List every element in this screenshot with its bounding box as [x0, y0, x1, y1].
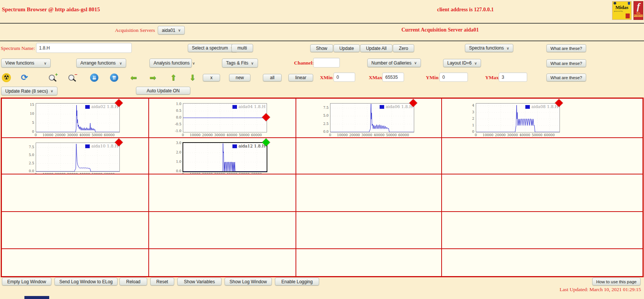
dome-icon [614, 2, 616, 5]
ymax-input[interactable] [499, 72, 527, 82]
ymin-input[interactable] [439, 72, 468, 82]
gallery-cell[interactable]: 151050aida02 1.8.H0100002000030000400005… [2, 98, 149, 138]
x-tick-label: 0 [35, 133, 37, 137]
plot-name: aida06 1.8.H [386, 104, 413, 109]
y-tick-label: 2.0 [172, 150, 181, 154]
double-up-glyph: ⇈ [110, 74, 118, 82]
enable-logging-button[interactable]: Enable Logging [275, 278, 319, 285]
select-spectrum-dropdown[interactable]: Select a spectrum ∨ [188, 44, 237, 52]
midas-logo[interactable]: Midas powered by [612, 1, 632, 20]
auto-update-button[interactable]: Auto Update ON [136, 87, 190, 95]
chevron-down-icon: ∨ [414, 61, 417, 65]
plot-legend: aida10 1.8.H [85, 144, 118, 149]
linear-button[interactable]: linear [288, 74, 313, 81]
tags-fits-dropdown[interactable]: Tags & Fits ∨ [222, 59, 258, 68]
new-button[interactable]: new [229, 74, 250, 81]
tags-fits-label: Tags & Fits [226, 60, 248, 66]
update-rate-dropdown[interactable]: Update Rate (8 secs) ∨ [1, 87, 57, 95]
x-tick-label: 30000 [214, 133, 225, 137]
x-tick-label: 20000 [202, 133, 213, 137]
spectrum-plot[interactable]: 3.02.01.00.0aida12 1.8.H0100002000030000… [172, 141, 270, 176]
analysis-functions-dropdown[interactable]: Analysis functions ∨ [149, 59, 192, 68]
x-tick-label: 50000 [386, 133, 397, 137]
zoom-in-icon[interactable]: + [48, 73, 58, 83]
reset-button[interactable]: Reset [150, 278, 174, 285]
empty-log-window-button[interactable]: Empty Log Window [2, 278, 51, 285]
double-down-glyph: ⇊ [90, 74, 98, 82]
tcl-logo-subtext: POWERED [634, 15, 643, 17]
arrange-functions-label: Arrange functions [80, 60, 116, 66]
gallery-cell [2, 249, 149, 276]
ymax-label: YMax [485, 75, 499, 81]
x-tick-label: 60000 [398, 133, 409, 137]
spectrum-plot[interactable]: 7.55.02.50.0aida06 1.8.H0100002000030000… [320, 102, 417, 136]
last-updated-text: Last Updated: March 10, 2021 01:29:15 [560, 287, 641, 293]
arrow-right-icon[interactable]: ➡ [148, 73, 158, 83]
gallery-cell[interactable]: 1.00.50.0-0.5-1.0aida04 1.8.H01000020000… [149, 98, 296, 138]
client-address: client address is 127.0.0.1 [437, 7, 494, 13]
arrow-down-icon[interactable]: ⬇ [188, 73, 198, 83]
what-are-these-button-3[interactable]: What are these? [546, 74, 586, 81]
zero-button[interactable]: Zero [393, 44, 414, 52]
update-all-button[interactable]: Update All [360, 44, 392, 52]
tcl-powered-logo[interactable]: f TCL POWERED [633, 1, 643, 20]
spectrum-plot[interactable]: 43210aida08 1.8.H01000020000300004000050… [465, 102, 563, 136]
multi-button[interactable]: multi [231, 44, 253, 52]
x-button[interactable]: x [203, 74, 220, 81]
legend-swatch [380, 105, 384, 109]
chevron-down-icon: ∨ [119, 61, 122, 65]
arrow-left-icon[interactable]: ⬅ [129, 73, 139, 83]
spectra-functions-dropdown[interactable]: Spectra functions ∨ [465, 44, 513, 52]
double-arrow-down-icon[interactable]: ⇊ [89, 73, 99, 83]
gallery-cell [296, 174, 442, 212]
spectrum-plot[interactable]: 1.00.50.0-0.5-1.0aida04 1.8.H01000020000… [172, 102, 270, 136]
x-tick-label: 20000 [495, 133, 506, 137]
gallery-cell [442, 138, 643, 174]
tcl-logo-text: TCL [634, 12, 643, 14]
arrow-up-icon[interactable]: ⬆ [169, 73, 178, 83]
layout-id-dropdown[interactable]: Layout ID=6 ∨ [443, 59, 481, 67]
zoom-out-icon[interactable]: − [68, 73, 77, 83]
y-tick-label: 3.0 [172, 141, 181, 145]
how-to-use-button[interactable]: How to use this page [592, 278, 641, 285]
gallery-cell[interactable]: 7.55.02.50.0aida10 1.8.H0100002000030000… [2, 138, 149, 174]
acquisition-server-select[interactable]: aida01 ∨ [158, 26, 185, 35]
show-log-window-button[interactable]: Show Log Window [225, 278, 272, 285]
channel-input[interactable] [313, 58, 340, 68]
plot-frame: aida12 1.8.H [182, 142, 267, 172]
acquisition-server-value: aida01 [162, 28, 175, 33]
radiation-icon[interactable]: ☢ [2, 73, 11, 83]
what-are-these-button-1[interactable]: What are these? [546, 44, 586, 52]
double-arrow-up-icon[interactable]: ⇈ [109, 73, 119, 83]
chevron-down-icon: ∨ [44, 61, 47, 65]
send-log-window-to-elog-button[interactable]: Send Log Window to ELog [54, 278, 118, 285]
xmin-input[interactable] [333, 72, 355, 82]
show-button[interactable]: Show [310, 44, 333, 52]
midas-logo-badge [626, 14, 630, 18]
legend-swatch [232, 144, 237, 148]
show-variables-button[interactable]: Show Variables [177, 278, 222, 285]
y-tick-label: 0.0 [320, 130, 329, 134]
gallery-cell[interactable]: 3.02.01.00.0aida12 1.8.H0100002000030000… [149, 138, 296, 174]
all-button[interactable]: all [263, 74, 282, 81]
reload-button[interactable]: Reload [119, 278, 147, 285]
x-tick-label: 10000 [337, 133, 348, 137]
number-of-galleries-dropdown[interactable]: Number of Galleries ∨ [367, 59, 421, 67]
chevron-down-icon: ∨ [251, 61, 253, 65]
update-button[interactable]: Update [333, 44, 360, 52]
gallery-cell[interactable]: 43210aida08 1.8.H01000020000300004000050… [442, 98, 643, 138]
x-tick-label: 30000 [67, 133, 78, 137]
spectrum-name-input[interactable] [36, 43, 132, 53]
xmax-input[interactable] [382, 72, 404, 82]
gallery-cell[interactable]: 7.55.02.50.0aida06 1.8.H0100002000030000… [296, 98, 442, 138]
spectrum-plot[interactable]: 151050aida02 1.8.H0100002000030000400005… [25, 102, 123, 136]
view-functions-dropdown[interactable]: View functions ∨ [1, 59, 51, 68]
gallery-grid: 151050aida02 1.8.H0100002000030000400005… [1, 98, 644, 277]
analysis-functions-label: Analysis functions [154, 60, 190, 66]
update-rate-label: Update Rate (8 secs) [5, 89, 48, 94]
y-tick-label: -1.0 [172, 129, 181, 133]
arrange-functions-dropdown[interactable]: Arrange functions ∨ [76, 59, 126, 68]
spectrum-plot[interactable]: 7.55.02.50.0aida10 1.8.H0100002000030000… [25, 141, 123, 176]
what-are-these-button-2[interactable]: What are these? [546, 59, 586, 67]
refresh-icon[interactable]: ⟳ [20, 73, 29, 83]
